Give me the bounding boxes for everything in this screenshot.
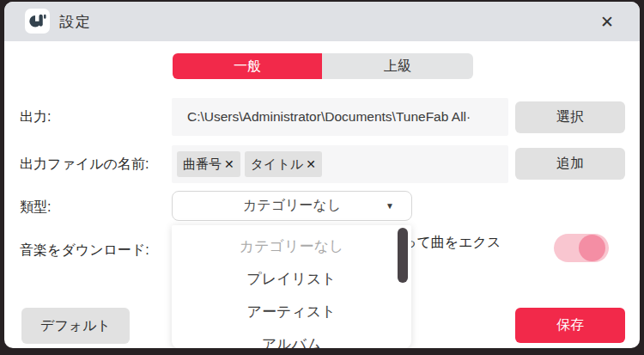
download-music-toggle[interactable] <box>554 234 609 262</box>
default-button[interactable]: デフォルト <box>21 308 130 344</box>
tag-title-label: タイトル <box>251 156 303 173</box>
tab-general[interactable]: 一般 <box>173 53 322 79</box>
output-path-value: C:\Users\Administrator\Documents\TuneFab… <box>187 109 471 125</box>
tag-track-number-label: 曲番号 <box>183 156 222 173</box>
dropdown-option-artist[interactable]: アーティスト <box>172 295 411 327</box>
filename-tags-field[interactable]: 曲番号 ✕ タイトル ✕ <box>172 145 508 183</box>
tag-remove-icon[interactable]: ✕ <box>306 157 316 171</box>
dropdown-option-album[interactable]: アルバム <box>172 327 411 348</box>
download-music-description-fragment: って曲をエクス <box>403 234 501 252</box>
titlebar: 設定 ✕ <box>4 2 640 41</box>
app-logo-icon <box>25 9 50 34</box>
tab-advanced[interactable]: 上級 <box>322 53 473 79</box>
dropdown-option-playlist[interactable]: プレイリスト <box>172 262 411 295</box>
filename-label: 出力ファイルの名前: <box>20 156 149 174</box>
tag-title[interactable]: タイトル ✕ <box>245 151 322 177</box>
chevron-down-icon: ▼ <box>386 201 394 211</box>
add-tag-button[interactable]: 追加 <box>515 148 625 180</box>
settings-dialog: 設定 ✕ 一般 上級 出力: C:\Users\Administrator\Do… <box>4 2 640 348</box>
type-select[interactable]: カテゴリーなし ▼ <box>172 191 412 221</box>
output-label: 出力: <box>20 108 51 126</box>
tag-track-number[interactable]: 曲番号 ✕ <box>177 151 240 177</box>
output-path-field[interactable]: C:\Users\Administrator\Documents\TuneFab… <box>172 98 508 136</box>
toggle-knob <box>579 235 605 261</box>
dropdown-scrollbar[interactable] <box>398 228 408 283</box>
close-icon[interactable]: ✕ <box>595 9 619 34</box>
window-title: 設定 <box>59 12 92 32</box>
dropdown-option-no-category[interactable]: カテゴリーなし <box>172 230 411 262</box>
select-folder-button[interactable]: 選択 <box>515 101 625 133</box>
download-music-label: 音楽をダウンロード: <box>20 242 149 260</box>
type-select-value: カテゴリーなし <box>243 197 341 215</box>
tag-remove-icon[interactable]: ✕ <box>224 157 234 171</box>
save-button[interactable]: 保存 <box>515 308 625 343</box>
type-label: 類型: <box>20 199 51 217</box>
type-dropdown-list: カテゴリーなし プレイリスト アーティスト アルバム <box>172 225 411 348</box>
